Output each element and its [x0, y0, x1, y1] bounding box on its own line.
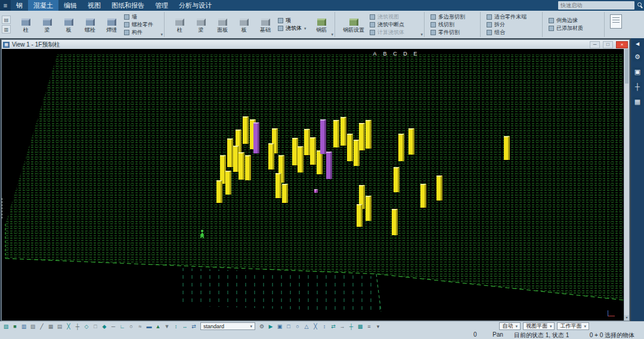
selection-toggle-icon[interactable]: ▾ — [374, 322, 382, 331]
column-3d[interactable] — [420, 184, 426, 208]
work-plane-dropdown[interactable]: 工作平面 ▾ — [557, 322, 589, 330]
menu-tab[interactable]: 钢 — [11, 0, 28, 11]
ribbon-mini-button-2[interactable]: ▥ — [2, 25, 11, 33]
menu-tab[interactable]: 视图 — [82, 0, 106, 11]
ribbon-button[interactable]: 梁 — [37, 17, 57, 33]
ribbon-row-button[interactable]: 构件 — [123, 29, 161, 36]
ribbon-row-button[interactable]: 适合零件末端 — [485, 14, 539, 20]
column-3d[interactable] — [245, 155, 251, 180]
snap-toggle-icon[interactable]: ▥ — [20, 322, 28, 331]
ribbon-button[interactable]: 柱 — [169, 17, 190, 33]
ribbon-button[interactable]: 柱 — [16, 17, 36, 33]
close-button[interactable]: × — [616, 41, 628, 48]
ribbon-button[interactable]: 面板 — [212, 17, 233, 33]
column-3d[interactable] — [304, 129, 310, 155]
snap-toggle-icon[interactable]: ◇ — [82, 322, 91, 331]
column-3d[interactable] — [239, 152, 244, 180]
selection-toggle-icon[interactable]: ▩ — [356, 322, 364, 331]
menu-tab[interactable]: 混凝土 — [28, 0, 58, 11]
column-3d[interactable] — [408, 128, 414, 155]
applications-panel-icon[interactable]: ▣ — [633, 67, 642, 76]
selection-toggle-icon[interactable]: △ — [302, 322, 311, 331]
chevron-down-icon[interactable]: ▾ — [420, 32, 423, 37]
column-3d[interactable] — [359, 123, 365, 150]
column-3d[interactable] — [357, 204, 363, 227]
snap-toggle-icon[interactable]: ▧ — [2, 322, 10, 331]
column-3d[interactable] — [243, 116, 249, 144]
snap-toggle-icon[interactable]: ╳ — [64, 322, 73, 331]
menu-tab[interactable]: 编辑 — [58, 0, 82, 11]
column-3d[interactable] — [282, 184, 288, 203]
ribbon-row-button[interactable]: 浇筑中断点 — [369, 21, 421, 28]
search-icon[interactable] — [637, 2, 642, 7]
column-3d[interactable] — [366, 120, 371, 149]
standard-preset-dropdown[interactable]: standard ▾ — [200, 322, 255, 330]
snap-toggle-icon[interactable]: ◆ — [100, 322, 109, 331]
column-3d[interactable] — [366, 196, 371, 221]
ribbon-row-button[interactable]: 倒角边缘 — [547, 17, 601, 24]
menu-tab[interactable]: 分析与设计 — [174, 0, 217, 11]
components-panel-icon[interactable]: ▦ — [633, 97, 642, 106]
column-3d[interactable] — [216, 180, 222, 203]
ribbon-button[interactable]: 板 — [58, 17, 79, 33]
collapse-chevron-icon[interactable]: ◀ — [633, 41, 642, 47]
snap-toggle-icon[interactable]: ▼ — [163, 322, 171, 331]
ribbon-button[interactable]: 焊缝 — [101, 17, 122, 33]
column-3d[interactable] — [333, 120, 339, 147]
snap-toggle-icon[interactable]: ■ — [11, 322, 19, 331]
chevron-down-icon[interactable]: ▾ — [160, 32, 163, 37]
snap-toggle-icon[interactable]: ∟ — [118, 322, 126, 331]
vertical-scrollbar[interactable]: ▾ — [624, 49, 629, 320]
menu-tab[interactable]: 图纸和报告 — [106, 0, 150, 11]
column-3d[interactable] — [227, 138, 233, 167]
scrollbar-thumb[interactable] — [625, 49, 628, 84]
snap-toggle-icon[interactable]: ▨ — [29, 322, 37, 331]
menu-tab[interactable]: 管理 — [150, 0, 174, 11]
ribbon-row-button[interactable]: 组合 — [485, 29, 539, 36]
column-3d[interactable] — [298, 146, 304, 172]
selection-toggle-icon[interactable]: ≡ — [365, 322, 373, 331]
ribbon-row-button[interactable]: 多边形切割 — [429, 14, 477, 20]
ribbon-row-button[interactable]: 零件切割 — [429, 29, 477, 36]
pour-object-button[interactable]: 浇筑体 ▾ — [277, 25, 310, 32]
snap-toggle-icon[interactable]: ↔ — [181, 322, 189, 331]
item-button[interactable]: 项 — [277, 17, 310, 24]
rebar-settings-button[interactable]: 钢筋设置 — [340, 17, 367, 33]
ribbon-row-button[interactable]: 线切割 — [429, 21, 477, 28]
ribbon-row-button[interactable]: 墙 — [123, 14, 161, 20]
snap-toggle-icon[interactable]: ╱ — [38, 322, 46, 331]
column-3d[interactable] — [347, 134, 353, 161]
snap-toggle-icon[interactable]: ○ — [127, 322, 135, 331]
restore-button[interactable]: □ — [603, 41, 613, 48]
ribbon-row-button[interactable]: 已添加材质 — [547, 25, 601, 32]
view-plane-dropdown[interactable]: 视图平面 ▾ — [523, 322, 555, 330]
selection-toggle-icon[interactable]: ▣ — [275, 322, 284, 331]
search-input[interactable] — [558, 2, 634, 8]
scrollbar-arrow-icon[interactable]: ▾ — [624, 315, 629, 320]
selection-toggle-icon[interactable]: □ — [284, 322, 293, 331]
snap-toggle-icon[interactable]: ▦ — [47, 322, 55, 331]
column-3d[interactable] — [317, 150, 323, 174]
toolbar-icon[interactable]: ⚙ — [258, 322, 266, 331]
column-3d[interactable] — [275, 173, 281, 198]
app-menu-button[interactable]: ≡ — [0, 0, 11, 11]
chevron-down-icon[interactable]: ▾ — [331, 32, 333, 37]
column-3d[interactable] — [392, 209, 398, 235]
settings-gear-icon[interactable]: ⚙ — [633, 52, 642, 61]
quick-launch-search[interactable] — [558, 1, 634, 10]
selection-toggle-icon[interactable]: ┼ — [347, 322, 355, 331]
column-3d[interactable] — [320, 119, 326, 154]
viewport-3d[interactable]: A B C D E — [2, 49, 624, 320]
snap-toggle-icon[interactable]: ─ — [109, 322, 117, 331]
snap-toggle-icon[interactable]: ⇄ — [190, 322, 198, 331]
ribbon-row-button[interactable]: 浇筑视图 — [369, 14, 421, 20]
snap-toggle-icon[interactable]: ≈ — [136, 322, 144, 331]
column-3d[interactable] — [504, 136, 510, 160]
ribbon-button[interactable]: 梁 — [191, 17, 211, 33]
snap-toggle-icon[interactable]: ▤ — [55, 322, 64, 331]
ribbon-button[interactable]: 板 — [234, 17, 254, 33]
column-3d[interactable] — [398, 134, 404, 161]
ribbon-row-button[interactable]: 拆分 — [485, 21, 539, 28]
ribbon-row-button[interactable]: 计算浇筑体 — [369, 29, 421, 36]
snap-mode-dropdown[interactable]: 自动 ▾ — [499, 322, 521, 330]
